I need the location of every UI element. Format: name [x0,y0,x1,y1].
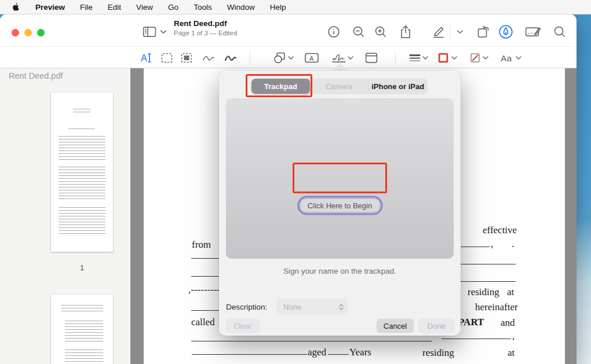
pdf-blank-line [328,354,349,355]
pdf-word-years: Years [349,347,371,358]
tab-camera[interactable]: Camera [310,79,369,94]
pdf-word-at-2: at [508,347,515,359]
menu-item-go[interactable]: Go [168,3,178,12]
pdf-period: . [512,238,514,250]
pdf-blank-line [461,264,516,264]
clear-button[interactable]: Clear [226,319,260,333]
pdf-blank-line [461,247,490,247]
pdf-word-from: from [192,239,211,251]
stepper-icon [339,304,344,310]
annotation-rect-begin-button [293,163,387,193]
pdf-word-part: PART [458,317,484,328]
pdf-word-residing: residing [468,286,499,298]
pdf-comma-2: , [512,330,515,342]
popover-arrow [332,63,348,71]
menu-item-view[interactable]: View [136,3,153,12]
pdf-blank-line [461,281,516,282]
menu-item-file[interactable]: File [80,3,93,12]
signature-popover: Trackpad Camera iPhone or iPad Click Her… [219,71,461,336]
cancel-button[interactable]: Cancel [377,319,414,333]
description-label: Description: [226,303,267,311]
pdf-word-aged: aged [308,347,326,358]
pdf-blank-line [191,341,432,341]
apple-menu-icon[interactable] [12,2,20,12]
menu-item-tools[interactable]: Tools [194,3,212,12]
pdf-blank-line [191,258,219,259]
pdf-word-called: called [191,317,215,328]
pdf-word-hereinafter: hereinafter [475,302,518,313]
pdf-blank-line [191,276,219,277]
pdf-word-at: at [507,286,514,298]
description-select[interactable]: None [277,300,347,314]
menu-item-help[interactable]: Help [270,3,286,12]
pdf-blank-line [442,339,511,339]
pdf-blank-line [191,310,219,311]
description-value: None [283,303,301,311]
menu-item-edit[interactable]: Edit [108,3,121,12]
pdf-word-residing-2: residing [422,347,454,359]
click-here-to-begin-button[interactable]: Click Here to Begin [300,198,380,213]
tab-iphone-or-ipad[interactable]: iPhone or iPad [369,79,427,94]
trackpad-hint-text: Sign your name on the trackpad. [219,267,461,275]
pdf-word-effective: effective [483,225,517,236]
menu-item-window[interactable]: Window [227,3,255,12]
menu-bar: Preview File Edit View Go Tools Window H… [0,0,591,14]
pdf-dashes: ,--------- [188,284,220,296]
done-button[interactable]: Done [418,319,454,333]
pdf-comma: , [491,238,493,250]
menu-item-preview[interactable]: Preview [35,3,65,12]
pdf-word-and: and [501,317,515,329]
pdf-blank-line [192,354,307,355]
annotation-rect-trackpad-tab [246,74,312,97]
